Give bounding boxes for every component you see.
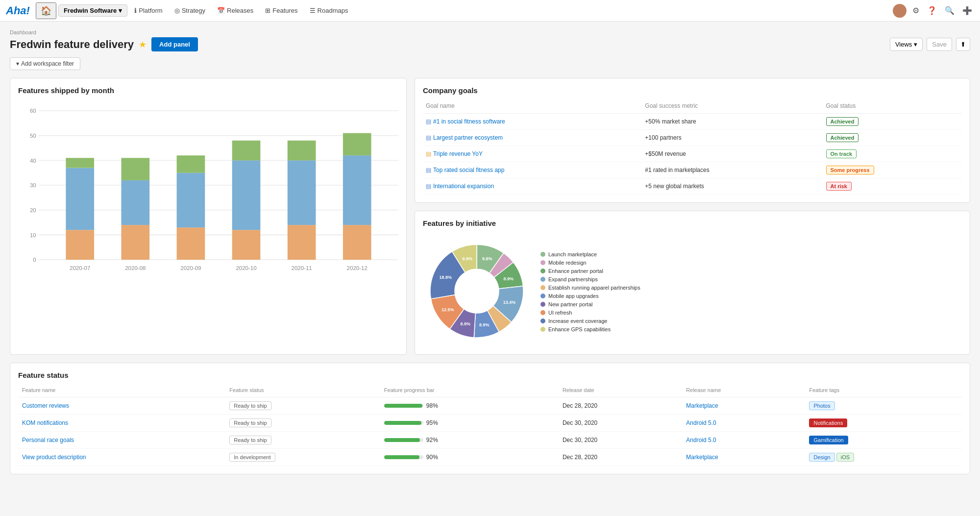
release-name-link[interactable]: Marketplace xyxy=(686,402,718,409)
status-col-header: Release date xyxy=(559,385,682,397)
svg-rect-22 xyxy=(121,158,149,180)
goals-row: ▤ International expansion +5 new global … xyxy=(423,178,962,195)
donut-chart-area: 9.8%8.9%13.4%8.9%8.9%12.5%18.8%8.9% Laun… xyxy=(423,233,962,346)
page-actions: Views ▾ Save ⬆ xyxy=(890,38,970,51)
company-goals-panel: Company goals Goal name Goal success met… xyxy=(415,78,970,203)
svg-text:8.9%: 8.9% xyxy=(479,322,490,327)
svg-text:2020-11: 2020-11 xyxy=(291,265,312,271)
svg-text:13.4%: 13.4% xyxy=(503,300,516,305)
progress-bar-fill xyxy=(384,421,421,425)
status-col-header: Feature progress bar xyxy=(380,385,559,397)
feature-name-link[interactable]: View product description xyxy=(22,454,86,461)
feature-status-table: Feature nameFeature statusFeature progre… xyxy=(18,385,962,466)
legend-item: Mobile redesign xyxy=(540,260,640,266)
svg-text:2020-10: 2020-10 xyxy=(236,265,256,271)
progress-bar-fill xyxy=(384,404,422,408)
favorite-icon[interactable]: ★ xyxy=(139,39,147,50)
home-button[interactable]: 🏠 xyxy=(36,2,56,19)
legend-color xyxy=(540,310,545,315)
release-date: Dec 28, 2020 xyxy=(559,397,682,415)
feature-tag: Gamification xyxy=(809,436,848,444)
goal-name-link[interactable]: ▤ Triple revenue YoY xyxy=(426,150,639,157)
release-name-link[interactable]: Android 5.0 xyxy=(686,419,716,426)
progress-bar-wrap: 95% xyxy=(384,419,555,426)
svg-text:0: 0 xyxy=(33,257,36,263)
status-col-header: Feature tags xyxy=(805,385,962,397)
nav-right-actions: ⚙ ❓ 🔍 ➕ xyxy=(893,4,974,18)
svg-text:9.8%: 9.8% xyxy=(482,256,492,261)
goal-name-link[interactable]: ▤ International expansion xyxy=(426,183,639,190)
add-panel-button[interactable]: Add panel xyxy=(151,37,198,51)
top-nav: Aha! 🏠 Fredwin Software ▾ ℹ Platform ◎ S… xyxy=(0,0,980,22)
goal-metric: +$50M revenue xyxy=(642,146,823,162)
workspace-selector[interactable]: Fredwin Software ▾ xyxy=(58,4,127,17)
progress-bar-fill xyxy=(384,455,419,459)
save-button[interactable]: Save xyxy=(927,38,952,51)
svg-rect-26 xyxy=(177,155,205,172)
svg-text:50: 50 xyxy=(30,133,36,139)
add-icon[interactable]: ➕ xyxy=(960,4,974,17)
legend-item: UI refresh xyxy=(540,310,640,316)
feature-name-link[interactable]: Customer reviews xyxy=(22,402,69,409)
feature-name-link[interactable]: KOM notifications xyxy=(22,419,68,426)
legend-item: Enhance GPS capabilities xyxy=(540,326,640,332)
svg-rect-37 xyxy=(343,155,371,225)
feature-status-title: Feature status xyxy=(18,371,962,379)
goal-status-badge: Achieved xyxy=(826,117,859,126)
release-name-link[interactable]: Marketplace xyxy=(686,454,718,461)
donut-chart: 9.8%8.9%13.4%8.9%8.9%12.5%18.8%8.9% xyxy=(423,237,531,346)
nav-strategy[interactable]: ◎ Strategy xyxy=(170,5,210,16)
goal-name-link[interactable]: ▤ Top rated social fitness app xyxy=(426,167,639,173)
features-initiative-title: Features by initiative xyxy=(423,219,962,227)
donut-legend: Launch marketplaceMobile redesignEnhance… xyxy=(540,251,640,332)
release-date: Dec 28, 2020 xyxy=(559,449,682,466)
legend-color xyxy=(540,260,545,265)
release-name-link[interactable]: Android 5.0 xyxy=(686,437,716,443)
info-icon: ℹ xyxy=(134,7,137,14)
goal-status-badge: Achieved xyxy=(826,133,859,142)
svg-text:12.5%: 12.5% xyxy=(441,307,454,312)
add-workspace-filter-button[interactable]: ▾ Add workspace filter xyxy=(10,57,80,70)
feature-status-badge: Ready to ship xyxy=(229,418,271,427)
nav-releases[interactable]: 📅 Releases xyxy=(212,5,258,16)
nav-roadmaps[interactable]: ☰ Roadmaps xyxy=(305,5,353,16)
svg-text:60: 60 xyxy=(30,108,36,114)
feature-status-panel: Feature status Feature nameFeature statu… xyxy=(10,363,970,474)
avatar[interactable] xyxy=(893,4,906,18)
calendar-icon: 📅 xyxy=(217,7,225,14)
svg-text:8.9%: 8.9% xyxy=(462,256,472,261)
svg-rect-16 xyxy=(66,230,94,260)
goal-status-badge: On track xyxy=(826,149,857,158)
release-date: Dec 30, 2020 xyxy=(559,415,682,432)
svg-text:8.9%: 8.9% xyxy=(504,276,514,281)
page-title: Fredwin feature delivery xyxy=(10,38,134,51)
help-icon[interactable]: ❓ xyxy=(925,4,939,17)
svg-rect-29 xyxy=(232,160,261,230)
grid-icon: ⊞ xyxy=(265,7,270,14)
legend-item: Enhance partner portal xyxy=(540,268,640,274)
svg-rect-30 xyxy=(232,141,261,161)
share-button[interactable]: ⬆ xyxy=(956,38,970,51)
feature-name-link[interactable]: Personal race goals xyxy=(22,437,74,443)
progress-value: 92% xyxy=(426,437,438,443)
status-row: View product description In development … xyxy=(18,449,962,466)
feature-tags-cell: Photos xyxy=(805,397,962,415)
goal-name-link[interactable]: ▤ Largest partner ecosystem xyxy=(426,134,639,141)
views-button[interactable]: Views ▾ xyxy=(890,38,923,51)
search-icon[interactable]: 🔍 xyxy=(943,4,956,17)
settings-icon[interactable]: ⚙ xyxy=(910,4,921,17)
roadmap-icon: ☰ xyxy=(310,7,316,14)
legend-item: Increase event coverage xyxy=(540,318,640,324)
legend-color xyxy=(540,252,545,257)
goal-metric: +50% market share xyxy=(642,114,823,130)
strategy-icon: ◎ xyxy=(174,7,180,14)
nav-platform[interactable]: ℹ Platform xyxy=(129,5,167,16)
goal-name-link[interactable]: ▤ #1 in social fitness software xyxy=(426,118,639,125)
svg-text:20: 20 xyxy=(30,207,36,213)
legend-color xyxy=(540,269,545,273)
legend-color xyxy=(540,277,545,282)
status-col-header: Feature status xyxy=(225,385,380,397)
goal-metric: +100 partners xyxy=(642,130,823,146)
svg-text:8.9%: 8.9% xyxy=(460,321,470,326)
nav-features[interactable]: ⊞ Features xyxy=(260,5,302,16)
